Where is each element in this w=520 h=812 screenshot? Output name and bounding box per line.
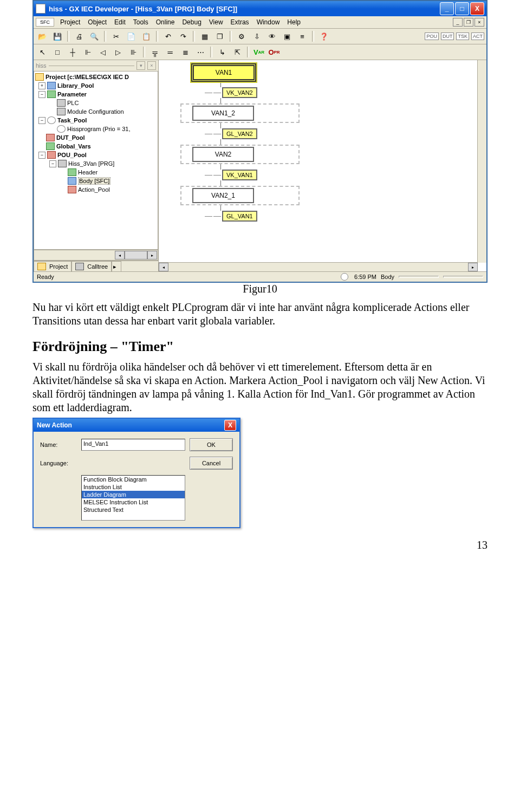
sfc-step-van1-2[interactable]: VAN1_2 <box>192 106 254 121</box>
tree-global-vars[interactable]: Global_Vars <box>56 143 91 150</box>
canvas-v-scrollbar[interactable] <box>477 60 486 263</box>
badge-pou[interactable]: POU <box>425 33 439 40</box>
collapse-icon[interactable]: − <box>38 117 46 124</box>
canvas-h-scrollbar[interactable]: ◂ ▸ <box>159 262 478 271</box>
tab-project[interactable]: Project <box>34 261 72 271</box>
sfc-list-icon[interactable]: ≣ <box>179 46 192 59</box>
menu-debug[interactable]: Debug <box>178 17 205 27</box>
tree-parameter[interactable]: Parameter <box>57 91 87 98</box>
cancel-button[interactable]: Cancel <box>190 457 233 470</box>
menu-help[interactable]: Help <box>283 17 304 27</box>
tree-library-pool[interactable]: Library_Pool <box>57 82 94 89</box>
badge-tsk[interactable]: TSK <box>456 33 469 40</box>
mdi-minimize-button[interactable]: _ <box>453 18 463 27</box>
copy-icon[interactable]: 📄 <box>125 30 138 43</box>
tree-body-sfc[interactable]: Body [SFC] <box>78 177 110 185</box>
dialog-title-bar[interactable]: New Action X <box>34 419 239 432</box>
window-cascade-icon[interactable]: ❐ <box>213 30 226 43</box>
sfc-canvas[interactable]: VAN1 VK_VAN2 VAN1_2 GL_VAN2 VAN2 VK_VAN1 <box>159 60 486 271</box>
menu-view[interactable]: View <box>205 17 227 27</box>
minimize-button[interactable]: _ <box>440 2 454 15</box>
tree-dut-pool[interactable]: DUT_Pool <box>56 134 85 141</box>
badge-act[interactable]: ACT <box>471 33 484 40</box>
sfc-trans-icon[interactable]: ┼ <box>66 46 79 59</box>
help-icon[interactable]: ❓ <box>317 30 330 43</box>
paste-icon[interactable]: 📋 <box>140 30 153 43</box>
navigator-close-icon[interactable]: × <box>147 61 156 70</box>
menu-window[interactable]: Window <box>253 17 284 27</box>
list-item[interactable]: Function Block Diagram <box>82 476 185 483</box>
title-bar[interactable]: hiss - GX IEC Developer - [Hiss_3Van [PR… <box>34 1 486 16</box>
sfc-opr-icon[interactable]: OPR <box>268 46 281 59</box>
undo-icon[interactable]: ↶ <box>161 30 174 43</box>
list-item[interactable]: MELSEC Instruction List <box>82 498 185 506</box>
navigator-pin-icon[interactable]: ▾ <box>136 61 145 70</box>
name-input[interactable]: Ind_Van1 <box>81 439 185 451</box>
tree-hiss-3van[interactable]: Hiss_3Van [PRG] <box>68 160 114 167</box>
tool-icon-1[interactable]: ▣ <box>281 30 294 43</box>
sfc-step-van2[interactable]: VAN2 <box>192 147 254 162</box>
project-tree[interactable]: Project [c:\MELSEC\GX IEC D +Library_Poo… <box>34 71 158 250</box>
scroll-left-icon[interactable]: ◂ <box>115 251 125 259</box>
menu-edit[interactable]: Edit <box>110 17 129 27</box>
scroll-right-icon[interactable]: ▸ <box>147 251 157 259</box>
list-item[interactable]: Structured Text <box>82 506 185 514</box>
sfc-prev-icon[interactable]: ◁ <box>96 46 109 59</box>
sfc-parallel-icon[interactable]: ═ <box>164 46 177 59</box>
language-listbox[interactable]: Function Block Diagram Instruction List … <box>81 475 185 521</box>
expand-icon[interactable]: + <box>38 82 46 89</box>
menu-online[interactable]: Online <box>152 17 179 27</box>
sfc-comment-icon[interactable]: ⋯ <box>194 46 207 59</box>
save-icon[interactable]: 💾 <box>51 30 64 43</box>
menu-project[interactable]: Project <box>56 17 84 27</box>
sfc-step-icon[interactable]: □ <box>51 46 64 59</box>
compile-icon[interactable]: ⚙ <box>235 30 248 43</box>
tree-pou-pool[interactable]: POU_Pool <box>57 152 87 158</box>
mdi-close-button[interactable]: × <box>474 18 484 27</box>
collapse-icon[interactable]: − <box>38 91 46 98</box>
ok-button[interactable]: OK <box>190 438 233 451</box>
tree-hissprogram[interactable]: Hissprogram (Prio = 31, <box>67 126 130 132</box>
monitor-icon[interactable]: 👁 <box>265 30 278 43</box>
menu-object[interactable]: Object <box>84 17 110 27</box>
maximize-button[interactable]: □ <box>455 2 469 15</box>
close-button[interactable]: X <box>470 2 484 15</box>
sfc-step-van1[interactable]: VAN1 <box>191 63 256 82</box>
download-icon[interactable]: ⇩ <box>250 30 263 43</box>
menu-tools[interactable]: Tools <box>129 17 152 27</box>
dialog-close-button[interactable]: X <box>224 420 236 431</box>
sfc-var-icon[interactable]: VAR <box>252 46 265 59</box>
sfc-first-icon[interactable]: ⊩ <box>81 46 94 59</box>
scroll-left-icon[interactable]: ◂ <box>159 263 168 271</box>
redo-icon[interactable]: ↷ <box>177 30 190 43</box>
sfc-export-icon[interactable]: ⇱ <box>231 46 244 59</box>
navigator-h-scrollbar[interactable]: ◂ ▸ <box>34 250 158 261</box>
sfc-trans-gl-van2[interactable]: GL_VAN2 <box>205 128 300 139</box>
tree-header[interactable]: Header <box>78 169 98 176</box>
cut-icon[interactable]: ✂ <box>109 30 122 43</box>
open-icon[interactable]: 📂 <box>36 30 49 43</box>
sfc-branch-icon[interactable]: ╦ <box>148 46 161 59</box>
tab-scroll-right[interactable]: ▸ <box>112 261 121 271</box>
print-icon[interactable]: 🖨 <box>73 30 86 43</box>
tree-action-pool[interactable]: Action_Pool <box>78 186 110 193</box>
sfc-trans-vk-van1[interactable]: VK_VAN1 <box>205 170 300 180</box>
collapse-icon[interactable]: − <box>49 160 56 167</box>
scroll-thumb[interactable] <box>125 251 147 259</box>
mdi-restore-button[interactable]: ❐ <box>464 18 473 27</box>
tree-plc[interactable]: PLC <box>67 100 79 106</box>
list-item[interactable]: Instruction List <box>82 483 185 491</box>
list-item-selected[interactable]: Ladder Diagram <box>82 491 185 498</box>
tab-calltree[interactable]: Calltree <box>72 261 112 271</box>
print-preview-icon[interactable]: 🔍 <box>88 30 101 43</box>
sfc-trans-gl-van1[interactable]: GL_VAN1 <box>205 211 300 222</box>
menu-extras[interactable]: Extras <box>227 17 253 27</box>
sfc-step-van2-1[interactable]: VAN2_1 <box>192 188 254 203</box>
tree-root[interactable]: Project [c:\MELSEC\GX IEC D <box>46 74 129 80</box>
window-tile-icon[interactable]: ▦ <box>198 30 211 43</box>
tree-task-pool[interactable]: Task_Pool <box>57 117 87 124</box>
sfc-next-icon[interactable]: ▷ <box>112 46 125 59</box>
scroll-right-icon[interactable]: ▸ <box>468 263 478 271</box>
tree-module-cfg[interactable]: Module Configuration <box>67 108 124 115</box>
sfc-last-icon[interactable]: ⊪ <box>127 46 140 59</box>
